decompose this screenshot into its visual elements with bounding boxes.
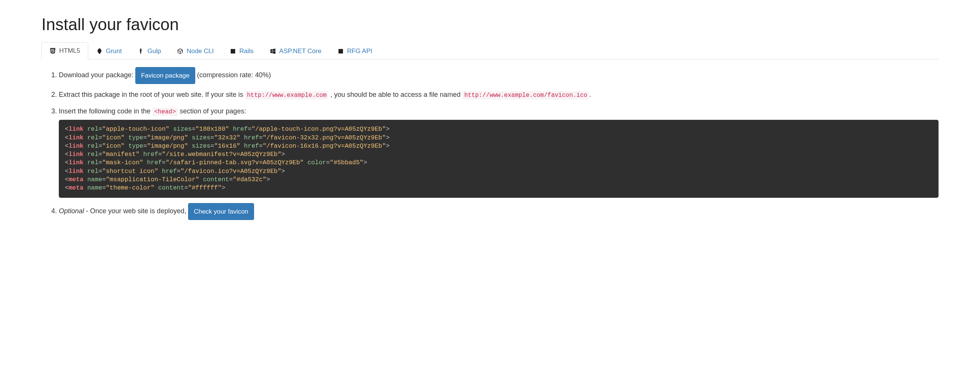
steps-list: Download your package: Favicon package (… — [59, 67, 939, 220]
grunt-icon — [96, 48, 103, 55]
tab-content: Download your package: Favicon package (… — [41, 67, 939, 220]
tab-rails[interactable]: Rails — [222, 42, 262, 60]
tab-aspnet[interactable]: ASP.NET Core — [262, 42, 329, 60]
step-2-prefix: Extract this package in the root of your… — [59, 91, 245, 98]
gulp-icon — [138, 48, 144, 55]
page-title: Install your favicon — [41, 15, 939, 34]
step-1-prefix: Download your package: — [59, 71, 135, 79]
step-4-mid: - Once your web site is deployed, — [84, 207, 188, 215]
head-tag-code: <head> — [152, 108, 178, 116]
tab-label: HTML5 — [59, 47, 80, 55]
step-1: Download your package: Favicon package (… — [59, 67, 939, 84]
nodejs-icon — [177, 48, 184, 55]
example-url-code: http://www.example.com — [245, 91, 328, 100]
head-code-block[interactable]: <link rel="apple-touch-icon" sizes="180x… — [59, 120, 939, 197]
html5-icon — [49, 48, 56, 54]
step-3-prefix: Insert the following code in the — [59, 107, 152, 115]
tab-label: Grunt — [106, 48, 122, 55]
tab-label: RFG API — [347, 48, 372, 55]
check-favicon-button[interactable]: Check your favicon — [188, 203, 254, 220]
favicon-url-code: http://www.example.com/favicon.ico — [463, 91, 589, 100]
step-2-mid: , you should be able to access a file na… — [330, 91, 462, 98]
tab-label: Gulp — [147, 48, 161, 55]
step-2: Extract this package in the root of your… — [59, 89, 939, 101]
step-3-suffix: section of your pages: — [180, 107, 246, 115]
tab-grunt[interactable]: Grunt — [88, 42, 130, 60]
tab-gulp[interactable]: Gulp — [130, 42, 169, 60]
step-1-suffix: (compression rate: 40%) — [197, 71, 271, 79]
favicon-package-button[interactable]: Favicon package — [135, 67, 195, 84]
step-4-optional: Optional — [59, 207, 84, 215]
tab-rfgapi[interactable]: RFG API — [329, 42, 380, 60]
tab-label: ASP.NET Core — [279, 48, 321, 55]
tab-nodecli[interactable]: Node CLI — [169, 42, 222, 60]
step-2-suffix: . — [589, 91, 591, 98]
api-icon — [337, 48, 344, 55]
tab-label: Rails — [239, 48, 254, 55]
rails-icon — [229, 48, 236, 55]
tab-bar: HTML5 Grunt Gulp Node CLI Rails ASP.NET … — [41, 42, 939, 60]
step-4: Optional - Once your web site is deploye… — [59, 203, 939, 220]
tab-label: Node CLI — [186, 48, 214, 55]
tab-html5[interactable]: HTML5 — [41, 42, 88, 60]
windows-icon — [269, 48, 276, 55]
step-3: Insert the following code in the <head> … — [59, 106, 939, 198]
